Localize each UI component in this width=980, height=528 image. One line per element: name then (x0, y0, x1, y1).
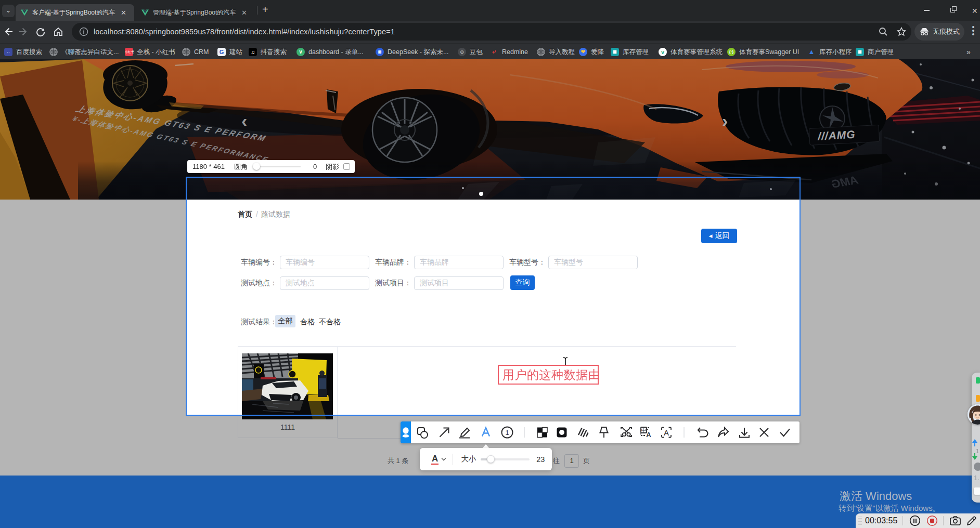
svg-text:中: 中 (641, 428, 646, 433)
svg-text:A: A (664, 428, 669, 437)
svg-text:1: 1 (505, 429, 509, 437)
svg-text:A: A (646, 431, 651, 439)
